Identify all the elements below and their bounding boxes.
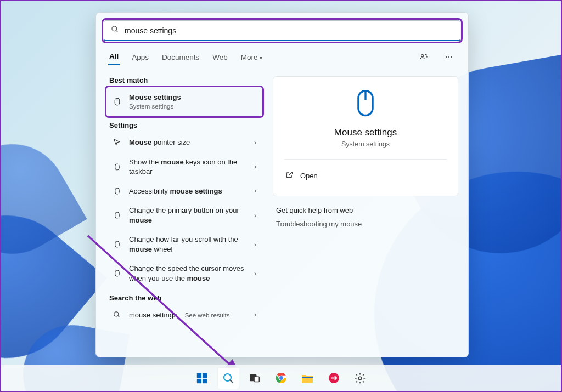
mouse-icon [111, 163, 122, 171]
preview-card: Mouse settings System settings Open [273, 76, 458, 196]
search-input[interactable] [125, 26, 453, 35]
taskbar-explorer-button[interactable] [296, 367, 318, 389]
taskbar-app-button[interactable] [323, 367, 345, 389]
open-action[interactable]: Open [284, 167, 447, 184]
tab-apps[interactable]: Apps [131, 50, 150, 65]
section-search-web: Search the web [109, 294, 262, 302]
svg-rect-23 [197, 373, 201, 377]
chevron-right-icon: › [254, 311, 256, 319]
chevron-right-icon: › [254, 163, 256, 171]
svg-line-28 [231, 380, 233, 383]
mouse-icon [111, 211, 122, 219]
help-link[interactable]: Troubleshooting my mouse [276, 220, 455, 228]
account-switch-icon[interactable] [417, 50, 431, 64]
svg-rect-30 [254, 377, 259, 382]
chevron-right-icon: › [254, 212, 256, 219]
result-text: Change the speed the cursor moves when y… [129, 264, 248, 283]
result-item[interactable]: Change the speed the cursor moves when y… [107, 259, 262, 288]
more-options-icon[interactable] [442, 50, 456, 64]
section-settings: Settings [109, 121, 262, 129]
svg-point-2 [421, 54, 423, 56]
taskbar-settings-button[interactable] [349, 367, 371, 389]
taskbar-chrome-button[interactable] [270, 367, 292, 389]
svg-rect-24 [203, 373, 207, 377]
search-icon [111, 311, 122, 319]
svg-point-5 [451, 56, 452, 58]
result-item[interactable]: Show the mouse keys icon on the taskbar … [107, 152, 262, 181]
chevron-right-icon: › [254, 139, 256, 146]
mouse-icon [111, 269, 122, 277]
svg-line-19 [118, 316, 120, 317]
mouse-icon [111, 97, 122, 106]
result-item[interactable]: Change the primary button on your mouse … [107, 201, 262, 230]
mouse-icon [284, 89, 447, 120]
preview-subtitle: System settings [284, 140, 447, 148]
result-item[interactable]: Mouse pointer size › [107, 133, 262, 152]
result-best-match[interactable]: Mouse settings System settings [107, 88, 262, 116]
start-search-panel: All Apps Documents Web More Best match M… [95, 12, 469, 357]
help-label: Get quick help from web [276, 206, 455, 214]
svg-rect-34 [302, 377, 313, 378]
result-item[interactable]: Change how far you scroll with the mouse… [107, 230, 262, 259]
open-label: Open [300, 172, 318, 180]
chevron-right-icon: › [254, 241, 256, 248]
results-column: Best match Mouse settings System setting… [96, 69, 266, 357]
svg-rect-25 [197, 378, 201, 383]
result-web[interactable]: mouse settings - See web results › [107, 305, 262, 325]
result-text: Change the primary button on your mouse [129, 206, 248, 225]
svg-line-1 [116, 30, 117, 32]
chevron-right-icon: › [254, 270, 256, 277]
svg-point-18 [114, 312, 119, 316]
result-text: Show the mouse keys icon on the taskbar [129, 157, 248, 177]
section-best-match: Best match [109, 76, 262, 84]
result-text: Change how far you scroll with the mouse… [129, 235, 248, 254]
chevron-right-icon: › [254, 187, 256, 195]
open-icon [285, 171, 294, 180]
result-subtitle: System settings [129, 103, 256, 111]
filter-tabs: All Apps Documents Web More [96, 44, 468, 69]
svg-point-4 [448, 56, 449, 58]
svg-point-0 [112, 26, 117, 31]
tab-web[interactable]: Web [211, 50, 229, 65]
taskbar-start-button[interactable] [191, 367, 213, 389]
svg-point-36 [358, 377, 362, 380]
cursor-icon [111, 138, 122, 147]
result-text: Accessibility mouse settings [129, 186, 248, 196]
taskbar-search-button[interactable] [217, 367, 239, 389]
taskbar [1, 365, 561, 391]
search-icon [111, 25, 119, 36]
taskbar-taskview-button[interactable] [244, 367, 266, 389]
preview-column: Mouse settings System settings Open Get … [266, 69, 468, 357]
tab-documents[interactable]: Documents [161, 50, 200, 65]
preview-title: Mouse settings [284, 127, 447, 138]
svg-rect-26 [203, 378, 207, 383]
result-item[interactable]: Accessibility mouse settings › [107, 181, 262, 201]
search-box[interactable] [104, 20, 460, 41]
tab-more[interactable]: More [240, 50, 263, 65]
divider [284, 159, 447, 160]
tab-all[interactable]: All [108, 49, 120, 65]
svg-point-3 [446, 56, 447, 58]
mouse-icon [111, 240, 122, 248]
mouse-icon [111, 187, 122, 195]
result-text: mouse settings - See web results [129, 310, 248, 320]
result-title: Mouse settings [129, 93, 256, 103]
result-text: Mouse pointer size [129, 138, 248, 147]
